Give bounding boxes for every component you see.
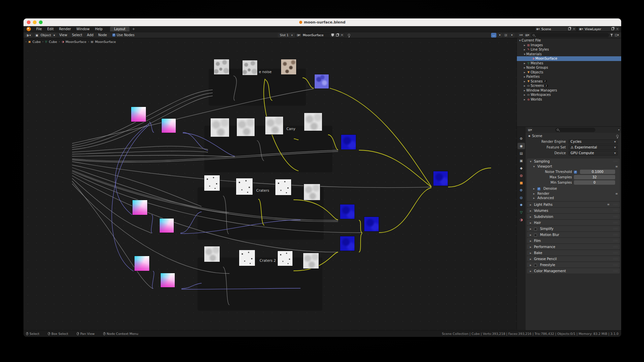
unlink-scene-icon[interactable]: ×: [572, 27, 576, 31]
use-nodes-checkbox[interactable]: [112, 34, 115, 37]
pin-id-icon[interactable]: [616, 135, 619, 137]
drag-grip-icon[interactable]: ::::: [613, 221, 618, 224]
add-workspace-button[interactable]: +: [132, 27, 135, 31]
tab-view-layer[interactable]: ▣: [518, 158, 525, 164]
overlays-toggle[interactable]: ◲: [503, 33, 508, 38]
tab-object[interactable]: ■: [518, 180, 525, 186]
section-header-simplify[interactable]: ▶Simplify::::: [527, 226, 620, 231]
properties-editor-type-dropdown[interactable]: ▤▾: [527, 127, 533, 132]
editor-type-dropdown[interactable]: ◑▾: [25, 33, 32, 38]
section-header-performance[interactable]: ▶Performance::::: [527, 244, 620, 249]
section-header-hair[interactable]: ▶Hair::::: [527, 220, 620, 225]
drag-grip-icon[interactable]: ::::: [613, 227, 618, 230]
section-header-film[interactable]: ▶Film::::: [527, 238, 620, 243]
drag-grip-icon[interactable]: ::::: [613, 239, 618, 242]
section-header-volumes[interactable]: ▶Volumes::::: [527, 208, 620, 213]
outliner-item-meshes[interactable]: ▶▽Meshes: [517, 61, 621, 66]
node-canvas[interactable]: ›▣Cube›▽Cube›◑MoonSurface›▤MoonSurface e…: [23, 38, 517, 330]
setting-value-field[interactable]: 32: [574, 175, 615, 179]
drag-grip-icon[interactable]: ::::: [613, 263, 618, 266]
outliner-item-line-styles[interactable]: ▶✎Line Styles: [517, 47, 621, 52]
blender-logo-icon[interactable]: [26, 27, 31, 31]
denoise-subsection[interactable]: ▶ Denoise: [527, 186, 620, 191]
tab-tool[interactable]: ⚙: [518, 135, 525, 142]
workspace-tab-layout[interactable]: Layout: [110, 26, 129, 32]
material-icon[interactable]: ◑▾: [296, 33, 301, 37]
outliner-display-mode-dropdown[interactable]: ≡▾: [518, 33, 524, 38]
outliner-item-workspaces[interactable]: ▶▭Workspaces: [517, 93, 621, 97]
drag-grip-icon[interactable]: ::::: [613, 215, 618, 218]
disclosure-arrow-icon[interactable]: ▶: [523, 71, 526, 73]
outliner-item-screens[interactable]: ▶▭Screens2: [517, 83, 621, 88]
breadcrumb-item[interactable]: Cube: [33, 40, 41, 44]
editor-menu-node[interactable]: Node: [96, 33, 109, 37]
snapping-toggle[interactable]: ◡: [491, 33, 496, 38]
disclosure-arrow-icon[interactable]: ▶: [523, 98, 526, 101]
use-nodes-toggle[interactable]: Use Nodes: [110, 33, 137, 37]
unlink-material-icon[interactable]: ×: [340, 33, 344, 37]
field-dropdown-render-engine[interactable]: Cycles▾: [569, 139, 618, 144]
outliner-item-current-file[interactable]: ▼Current File: [517, 38, 621, 43]
drag-grip-icon[interactable]: ::::: [613, 233, 618, 236]
editor-menu-select[interactable]: Select: [69, 33, 85, 37]
remove-viewlayer-icon[interactable]: ×: [615, 27, 620, 31]
object-mode-dropdown[interactable]: ▣Object▾: [34, 33, 56, 38]
setting-checkbox[interactable]: [574, 171, 577, 174]
setting-value-field[interactable]: 0.1000: [580, 170, 615, 174]
disclosure-arrow-icon[interactable]: ▶: [523, 62, 526, 64]
section-header-motion-blur[interactable]: ▶Motion Blur::::: [527, 232, 620, 237]
section-checkbox[interactable]: [534, 228, 537, 231]
outliner-item-scenes[interactable]: ▶▼Scenes2: [517, 79, 621, 84]
viewlayer-selector[interactable]: ▣▾ ViewLayer ×: [578, 26, 620, 32]
outliner-item-materials[interactable]: ▼Materials: [517, 52, 621, 57]
drag-grip-icon[interactable]: ::::: [613, 269, 618, 272]
disclosure-arrow-icon[interactable]: ▶: [523, 44, 526, 46]
preset-list-icon[interactable]: ≡: [607, 203, 610, 206]
breadcrumb-item[interactable]: MoonSurface: [95, 40, 116, 44]
material-slot-dropdown[interactable]: Slot 1▾: [278, 33, 294, 38]
drag-grip-icon[interactable]: ::::: [613, 245, 618, 248]
drag-grip-icon[interactable]: ::::: [613, 203, 618, 206]
outliner-item-images[interactable]: ▶▨Images: [517, 43, 621, 48]
advanced-subsection[interactable]: ▶ Advanced: [527, 196, 620, 201]
tab-particles[interactable]: ✱: [518, 202, 525, 208]
preset-list-icon[interactable]: ≡: [615, 165, 618, 168]
drag-grip-icon[interactable]: ::::: [613, 160, 618, 163]
menu-file[interactable]: File: [34, 27, 45, 31]
field-dropdown-device[interactable]: GPU Compute▾: [569, 151, 618, 156]
tab-output[interactable]: ▤: [518, 150, 525, 157]
disclosure-arrow-icon[interactable]: ▼: [518, 39, 522, 42]
render-subsection[interactable]: ▶ Render ≡: [527, 191, 620, 196]
tab-world[interactable]: ◍: [518, 172, 525, 179]
section-header-bake[interactable]: ▶Bake::::: [527, 250, 620, 255]
tab-render[interactable]: ◉: [518, 143, 525, 149]
section-header-subdivision[interactable]: ▶Subdivision::::: [527, 214, 620, 219]
setting-value-field[interactable]: 0: [574, 180, 615, 185]
field-dropdown-feature-set[interactable]: ⚠ Experimental▾: [569, 145, 618, 150]
section-header-grease-pencil[interactable]: ▶Grease Pencil::::: [527, 256, 620, 261]
properties-search-input[interactable]: [555, 128, 595, 132]
tab-material[interactable]: ◑: [518, 217, 525, 223]
denoise-checkbox[interactable]: [537, 187, 540, 190]
disclosure-arrow-icon[interactable]: ▶: [523, 89, 526, 92]
tab-modifiers[interactable]: ⚙: [518, 187, 525, 193]
properties-filter-dropdown[interactable]: ▾: [618, 128, 620, 131]
scene-selector[interactable]: ◆▾ Scene ×: [535, 26, 577, 32]
editor-menu-add[interactable]: Add: [85, 33, 96, 37]
tab-scene[interactable]: ◆: [518, 165, 525, 171]
menu-render[interactable]: Render: [56, 27, 74, 31]
disclosure-arrow-icon[interactable]: ▶: [523, 66, 526, 69]
copy-scene-icon[interactable]: [567, 27, 572, 31]
outliner-item-objects[interactable]: ▶▼Objects: [517, 70, 621, 75]
outliner-item-worlds[interactable]: ▶◍Worlds: [517, 97, 621, 102]
section-header-light-paths[interactable]: ▶Light Paths≡::::: [527, 202, 620, 207]
material-name-field[interactable]: MoonSurface: [301, 33, 330, 37]
overlays-dropdown[interactable]: ▾: [509, 33, 515, 38]
breadcrumb-item[interactable]: MoonSurface: [65, 40, 86, 44]
viewport-subsection-header[interactable]: ▼ Viewport ≡: [527, 164, 620, 169]
section-checkbox[interactable]: [534, 264, 537, 267]
tab-physics[interactable]: ◎: [518, 194, 525, 201]
outliner-item-palettes[interactable]: ▶Palettes: [517, 74, 621, 79]
copy-viewlayer-icon[interactable]: [610, 27, 615, 31]
breadcrumb-item[interactable]: Cube: [49, 40, 57, 44]
